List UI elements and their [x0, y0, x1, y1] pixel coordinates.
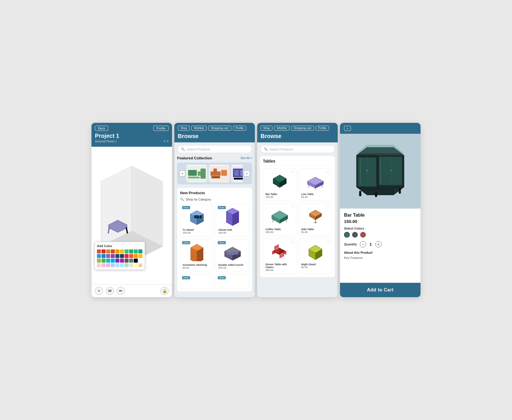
color-swatch-8[interactable] [134, 249, 138, 253]
color-swatch-16[interactable] [125, 254, 129, 258]
tables-title: Tables [263, 159, 332, 165]
color-swatch-29[interactable] [138, 259, 142, 263]
bar-table-illustration [346, 140, 415, 203]
color-swatch-25[interactable] [120, 259, 124, 263]
color-swatch-9[interactable] [138, 249, 142, 253]
color-swatch-24[interactable] [115, 259, 119, 263]
color-swatch-35[interactable] [120, 263, 124, 267]
color-swatch-38[interactable] [134, 263, 138, 267]
quantity-increase-button[interactable]: + [375, 241, 382, 247]
color-swatch-18[interactable] [134, 254, 138, 258]
carousel-item-2[interactable] [209, 165, 230, 182]
color-options [344, 232, 417, 238]
product-card-coffee-table[interactable]: ♡ C [263, 203, 296, 236]
color-swatch-39[interactable]: ✓ [138, 263, 142, 267]
message-tool-button[interactable]: ✉ [106, 287, 114, 295]
color-swatch-13[interactable] [111, 254, 115, 258]
color-swatch-2[interactable] [106, 249, 110, 253]
color-swatch-0[interactable] [97, 249, 101, 253]
color-swatch-15[interactable] [120, 254, 124, 258]
heart-coffee-table[interactable]: ♡ [291, 205, 294, 209]
color-swatch-11[interactable] [102, 254, 106, 258]
shop-by-category-link[interactable]: 🔍 Shop by Category [180, 197, 249, 201]
carousel-item-3[interactable] [231, 165, 243, 182]
search-bar-s2[interactable]: 🔍 Search Products [177, 145, 252, 153]
color-swatch-5[interactable] [120, 249, 124, 253]
see-all-featured[interactable]: See All > [240, 156, 252, 160]
heart-side-table[interactable]: ♡ [327, 205, 330, 209]
back-arrow-button[interactable]: < [344, 126, 351, 131]
heart-dinner-table[interactable]: ♡ [291, 240, 294, 245]
color-swatch-31[interactable] [102, 263, 106, 267]
shop-btn-s2[interactable]: Shop [178, 126, 190, 131]
product-card-dinner-table[interactable]: ♡ [263, 238, 296, 274]
heart-bar-table[interactable]: ♡ [291, 170, 294, 174]
toolbar-left: ＋ ✉ ✏ [95, 287, 125, 295]
heart-night-stand[interactable]: ♡ [327, 240, 330, 245]
wishlist-btn-s3[interactable]: Wishlist [274, 126, 289, 131]
profile-btn-s3[interactable]: Profile [316, 126, 329, 131]
color-swatch-28[interactable] [134, 259, 138, 263]
browse-title-s3: Browse [261, 133, 334, 140]
heart-low-table[interactable]: ♡ [327, 170, 330, 174]
browse-body-s2: 🔍 Search Products Featured Collection Se… [174, 142, 255, 297]
product-card-low-table[interactable]: ♡ [299, 168, 332, 201]
color-swatch-32[interactable] [106, 263, 110, 267]
color-swatch-12[interactable] [106, 254, 110, 258]
back-button[interactable]: Back [95, 126, 108, 131]
color-option-3[interactable] [360, 232, 366, 238]
floor-nav-arrows[interactable]: < > [164, 139, 169, 143]
edit-tool-button[interactable]: ✏ [117, 287, 125, 295]
product-card-shelving: New! [180, 239, 213, 272]
cart-btn-s2[interactable]: Shopping cart [208, 126, 231, 131]
color-swatch-10[interactable] [97, 254, 101, 258]
color-swatch-7[interactable] [129, 249, 133, 253]
color-swatch-20[interactable] [97, 259, 101, 263]
color-swatch-26[interactable] [125, 259, 129, 263]
color-swatch-17[interactable] [129, 254, 133, 258]
product-card-bar-table[interactable]: ♡ B [263, 168, 296, 201]
color-swatch-1[interactable] [102, 249, 106, 253]
new-badge-closet: New! [218, 206, 226, 209]
browse-header-s2: Shop Wishlist Shopping cart Profile Brow… [174, 123, 255, 142]
wishlist-btn-s2[interactable]: Wishlist [191, 126, 206, 131]
product-card-side-table[interactable]: ♡ [299, 203, 332, 236]
color-option-2[interactable] [352, 232, 358, 238]
color-swatch-33[interactable] [111, 263, 115, 267]
color-swatch-23[interactable] [111, 259, 115, 263]
svg-rect-31 [188, 177, 200, 178]
svg-rect-34 [211, 171, 221, 176]
color-swatch-6[interactable] [125, 249, 129, 253]
browse-header-s3: Shop Wishlist Shopping cart Profile Brow… [257, 123, 338, 142]
product-card-night-stand[interactable]: ♡ [299, 238, 332, 274]
carousel-right-arrow[interactable]: > [244, 171, 250, 176]
shop-btn-s3[interactable]: Shop [261, 126, 272, 131]
color-swatch-37[interactable] [129, 263, 133, 267]
search-bar-s3[interactable]: 🔍 Search Products [260, 145, 335, 153]
profile-button-s1[interactable]: Profile [153, 126, 169, 131]
quantity-decrease-button[interactable]: − [360, 241, 366, 247]
carousel-item-1[interactable] [186, 165, 207, 182]
color-swatch-36[interactable] [125, 263, 129, 267]
add-tool-button[interactable]: ＋ [95, 287, 103, 295]
add-to-cart-button[interactable]: Add to Cart [340, 283, 421, 297]
cart-btn-s3[interactable]: Shopping cart [291, 126, 314, 131]
color-swatch-19[interactable] [138, 254, 142, 258]
side-table-price: 50.00 [301, 231, 329, 234]
quantity-row: Quantity − 1 + [344, 241, 417, 247]
screen-browse-new: Shop Wishlist Shopping cart Profile Brow… [174, 123, 255, 297]
color-swatch-30[interactable] [97, 263, 101, 267]
color-swatch-34[interactable] [115, 263, 119, 267]
color-swatch-3[interactable] [111, 249, 115, 253]
color-swatch-22[interactable] [106, 259, 110, 263]
color-option-1[interactable] [344, 232, 350, 238]
svg-rect-42 [234, 178, 243, 180]
color-swatch-21[interactable] [102, 259, 106, 263]
profile-btn-s2[interactable]: Profile [233, 126, 246, 131]
carousel-left-arrow[interactable]: < [179, 171, 185, 176]
color-swatch-27[interactable] [129, 259, 133, 263]
lock-tool-button[interactable]: 🔒 [161, 287, 169, 295]
color-swatch-4[interactable] [115, 249, 119, 253]
color-swatch-14[interactable] [115, 254, 119, 258]
browse-title-s2: Browse [178, 133, 251, 140]
